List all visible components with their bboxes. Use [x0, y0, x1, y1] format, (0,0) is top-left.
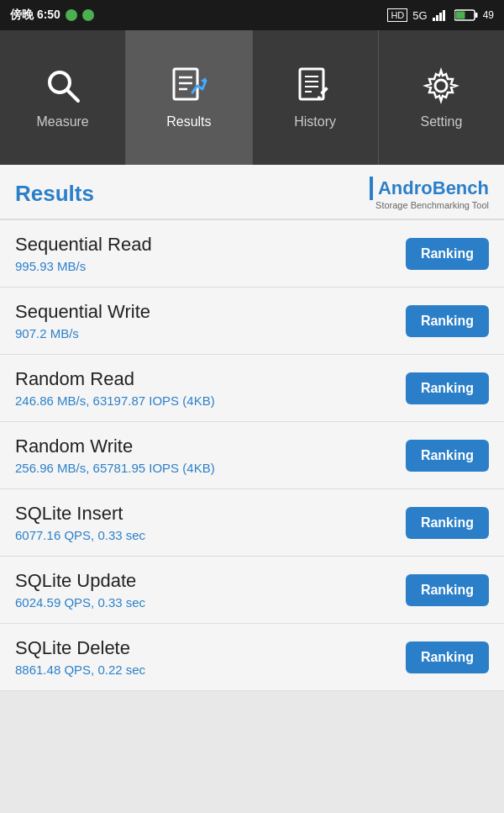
- tab-setting[interactable]: Setting: [379, 30, 504, 165]
- ranking-button[interactable]: Ranking: [406, 440, 489, 472]
- hd-label: HD: [387, 8, 407, 22]
- bench-info: Sequential Write907.2 MB/s: [15, 301, 150, 341]
- svg-line-8: [67, 90, 78, 101]
- bench-row: SQLite Insert6077.16 QPS, 0.33 secRankin…: [0, 489, 504, 557]
- network-type: 5G: [412, 9, 427, 22]
- bench-name: Random Write: [15, 436, 215, 457]
- svg-rect-2: [439, 13, 442, 21]
- bench-value: 246.86 MB/s, 63197.87 IOPS (4KB): [15, 393, 215, 408]
- search-icon: [43, 66, 83, 106]
- bench-name: SQLite Delete: [15, 637, 145, 659]
- status-time: 傍晚 6:50: [10, 8, 60, 23]
- ranking-button[interactable]: Ranking: [406, 305, 489, 337]
- bench-info: SQLite Update6024.59 QPS, 0.33 sec: [15, 570, 145, 610]
- ranking-button[interactable]: Ranking: [406, 574, 489, 606]
- status-indicator-2: [82, 9, 94, 21]
- bench-info: Random Write256.96 MB/s, 65781.95 IOPS (…: [15, 436, 215, 475]
- tab-results[interactable]: Results: [126, 30, 252, 165]
- tab-measure[interactable]: Measure: [0, 30, 126, 165]
- bench-value: 6024.59 QPS, 0.33 sec: [15, 595, 145, 610]
- bench-value: 6077.16 QPS, 0.33 sec: [15, 528, 145, 542]
- svg-rect-5: [475, 13, 477, 18]
- bench-name: Sequential Write: [15, 301, 150, 323]
- bench-row: Sequential Read995.93 MB/sRanking: [0, 220, 504, 288]
- results-title: Results: [15, 181, 94, 207]
- svg-point-21: [435, 80, 447, 92]
- status-left: 傍晚 6:50: [10, 8, 94, 23]
- tab-measure-label: Measure: [37, 114, 89, 129]
- ranking-button[interactable]: Ranking: [406, 372, 489, 404]
- svg-rect-0: [433, 18, 435, 21]
- ranking-button[interactable]: Ranking: [406, 507, 489, 539]
- history-icon: [295, 66, 335, 106]
- bench-row: Random Write256.96 MB/s, 65781.95 IOPS (…: [0, 422, 504, 489]
- bench-info: SQLite Delete8861.48 QPS, 0.22 sec: [15, 637, 145, 677]
- bench-value: 995.93 MB/s: [15, 259, 152, 273]
- bench-row: Random Read246.86 MB/s, 63197.87 IOPS (4…: [0, 355, 504, 422]
- bench-info: Sequential Read995.93 MB/s: [15, 234, 152, 273]
- tab-results-label: Results: [166, 114, 211, 129]
- bench-name: Random Read: [15, 368, 215, 390]
- brand-name: AndroBench: [378, 177, 489, 199]
- battery-pct: 49: [483, 9, 494, 21]
- svg-rect-3: [443, 10, 445, 21]
- setting-icon: [421, 66, 461, 106]
- brand-sub: Storage Benchmarking Tool: [375, 200, 489, 210]
- status-indicator-1: [66, 9, 77, 21]
- svg-rect-6: [455, 12, 465, 19]
- results-icon: [169, 66, 209, 106]
- bench-name: Sequential Read: [15, 234, 152, 256]
- tab-history[interactable]: History: [253, 30, 379, 165]
- bench-value: 8861.48 QPS, 0.22 sec: [15, 663, 145, 677]
- brand-bench: Bench: [433, 177, 489, 198]
- brand-bar: [370, 177, 373, 200]
- bench-value: 907.2 MB/s: [15, 326, 150, 341]
- bench-info: Random Read246.86 MB/s, 63197.87 IOPS (4…: [15, 368, 215, 408]
- bench-name: SQLite Insert: [15, 503, 145, 525]
- ranking-button[interactable]: Ranking: [406, 641, 489, 673]
- tab-setting-label: Setting: [420, 114, 462, 129]
- brand-name-row: AndroBench: [370, 177, 489, 200]
- brand-logo: AndroBench Storage Benchmarking Tool: [370, 177, 489, 210]
- bench-row: SQLite Delete8861.48 QPS, 0.22 secRankin…: [0, 624, 504, 691]
- status-right: HD 5G 49: [387, 8, 494, 22]
- svg-rect-1: [436, 15, 438, 21]
- results-header: Results AndroBench Storage Benchmarking …: [0, 165, 504, 220]
- status-bar: 傍晚 6:50 HD 5G 49: [0, 0, 504, 30]
- bench-value: 256.96 MB/s, 65781.95 IOPS (4KB): [15, 461, 215, 475]
- signal-icon: [433, 9, 449, 21]
- bench-row: SQLite Update6024.59 QPS, 0.33 secRankin…: [0, 557, 504, 624]
- svg-marker-13: [201, 77, 206, 84]
- tab-history-label: History: [294, 114, 336, 129]
- svg-rect-14: [300, 69, 323, 99]
- nav-tabs: Measure Results History: [0, 30, 504, 165]
- ranking-button[interactable]: Ranking: [406, 238, 489, 270]
- bench-list: Sequential Read995.93 MB/sRankingSequent…: [0, 220, 504, 691]
- brand-andro: Andro: [378, 177, 433, 198]
- battery-icon: [454, 9, 478, 21]
- bench-row: Sequential Write907.2 MB/sRanking: [0, 288, 504, 355]
- bench-info: SQLite Insert6077.16 QPS, 0.33 sec: [15, 503, 145, 542]
- bench-name: SQLite Update: [15, 570, 145, 592]
